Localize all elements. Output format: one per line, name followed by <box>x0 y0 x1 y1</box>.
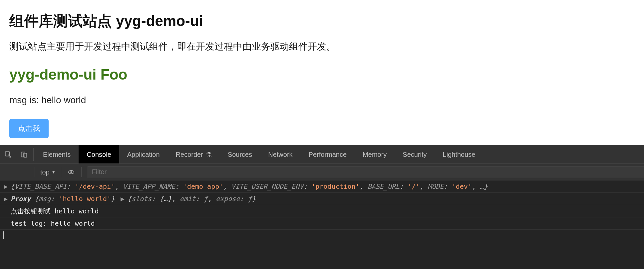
tab-network[interactable]: Network <box>260 145 300 163</box>
console-toolbar: top ▼ <box>0 164 644 180</box>
console-line: 点击按钮测试 hello world <box>0 205 644 217</box>
console-line: test log: hello world <box>0 217 644 230</box>
console-output: ▶{VITE_BASE_API: '/dev-api', VITE_APP_NA… <box>0 180 644 269</box>
console-text: 点击按钮测试 hello world <box>11 208 99 214</box>
chevron-down-icon: ▼ <box>52 170 56 174</box>
devtools-tabbar: ElementsConsoleApplicationRecorder⚗Sourc… <box>0 145 644 164</box>
page-title: 组件库测试站点 yyg-demo-ui <box>9 11 635 31</box>
console-filter-input[interactable] <box>88 166 644 178</box>
tab-elements[interactable]: Elements <box>35 145 79 163</box>
svg-rect-3 <box>6 170 11 174</box>
page-content: 组件库测试站点 yyg-demo-ui 测试站点主要用于开发过程中测试组件，即在… <box>0 0 644 145</box>
text-cursor-icon <box>3 231 4 239</box>
separator <box>35 167 35 177</box>
devtools-panel: ElementsConsoleApplicationRecorder⚗Sourc… <box>0 145 644 269</box>
tab-recorder[interactable]: Recorder⚗ <box>168 145 220 163</box>
tab-sources[interactable]: Sources <box>220 145 260 163</box>
console-filter <box>88 166 644 178</box>
tab-lighthouse[interactable]: Lighthouse <box>435 145 483 163</box>
console-text: test log: hello world <box>11 220 95 227</box>
svg-point-4 <box>22 170 27 174</box>
tab-console[interactable]: Console <box>79 145 119 163</box>
svg-point-6 <box>70 171 72 173</box>
console-line: ▶Proxy {msg: 'hello world'} ▶{slots: {…}… <box>0 193 644 205</box>
live-expression-icon[interactable] <box>65 168 78 176</box>
tab-security[interactable]: Security <box>395 145 435 163</box>
separator <box>81 167 82 177</box>
expand-icon[interactable]: ▶ <box>120 195 125 202</box>
execution-context-selector[interactable]: top ▼ <box>38 169 58 175</box>
tab-memory[interactable]: Memory <box>355 145 395 163</box>
console-input[interactable] <box>0 230 644 240</box>
tab-performance[interactable]: Performance <box>301 145 355 163</box>
separator <box>33 148 34 161</box>
msg-line: msg is: hello world <box>9 95 635 106</box>
clear-console-icon[interactable] <box>18 169 31 175</box>
inspect-element-icon[interactable] <box>0 145 16 163</box>
click-me-button[interactable]: 点击我 <box>9 119 49 138</box>
expand-icon[interactable]: ▶ <box>3 183 8 190</box>
page-description: 测试站点主要用于开发过程中测试组件，即在开发过程中由业务驱动组件开发。 <box>9 40 635 53</box>
expand-icon[interactable]: ▶ <box>3 195 8 202</box>
device-toolbar-icon[interactable] <box>16 145 32 163</box>
separator <box>61 167 61 177</box>
execution-context-label: top <box>40 169 50 175</box>
console-line: ▶{VITE_BASE_API: '/dev-api', VITE_APP_NA… <box>0 180 644 193</box>
console-sidebar-toggle-icon[interactable] <box>2 169 15 175</box>
svg-rect-1 <box>21 152 25 157</box>
tab-application[interactable]: Application <box>119 145 168 163</box>
flask-icon: ⚗ <box>206 151 212 158</box>
component-subtitle: yyg-demo-ui Foo <box>9 66 635 83</box>
